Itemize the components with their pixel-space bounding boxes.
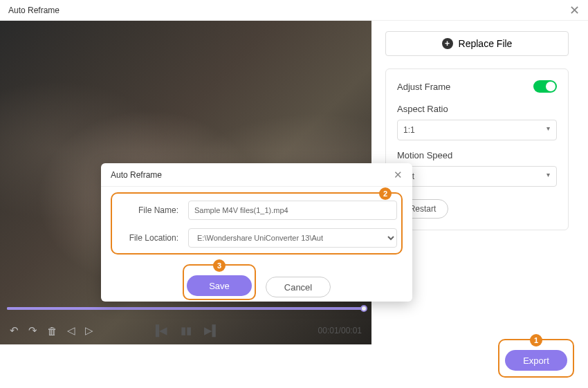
save-dialog: Auto Reframe ✕ 2 File Name: File Locatio…: [101, 163, 412, 302]
marker-1: 1: [530, 334, 542, 347]
dialog-footer: 3 Save Cancel: [115, 260, 398, 304]
cancel-button[interactable]: Cancel: [266, 277, 331, 297]
marker-2: 2: [379, 187, 392, 200]
replace-file-label: Replace File: [459, 38, 513, 49]
playback-controls: ▐◀ ▮▮ ▶▌: [152, 324, 219, 337]
adjust-frame-row: Adjust Frame: [397, 80, 557, 93]
window-title: Auto Reframe: [8, 6, 59, 15]
location-label: File Location:: [116, 233, 178, 243]
motion-speed-select[interactable]: ast: [397, 166, 557, 187]
dialog-title: Auto Reframe: [111, 170, 162, 180]
dialog-body: 2 File Name: File Location: E:\Wondersha…: [101, 187, 412, 314]
aspect-ratio-label: Aspect Ratio: [397, 104, 557, 114]
redo-icon[interactable]: ↷: [28, 324, 37, 337]
filename-label: File Name:: [116, 205, 178, 215]
motion-speed-label: Motion Speed: [397, 150, 557, 160]
adjust-frame-toggle[interactable]: [533, 80, 557, 93]
undo-icon[interactable]: ↶: [10, 324, 19, 337]
filename-row: File Name:: [116, 201, 397, 220]
export-highlight: 1 Export: [498, 339, 574, 378]
save-button[interactable]: Save: [187, 275, 252, 296]
time-display: 00:01/00:01: [318, 326, 362, 335]
prev-frame-icon[interactable]: ◁: [67, 324, 75, 337]
aspect-ratio-select-wrap: 1:1: [397, 120, 557, 140]
player-controls: ↶ ↷ 🗑 ◁ ▷ ▐◀ ▮▮ ▶▌ 00:01/00:01: [0, 318, 371, 343]
adjust-frame-label: Adjust Frame: [397, 82, 450, 92]
prev-button-icon[interactable]: ▐◀: [152, 324, 168, 337]
dialog-header: Auto Reframe ✕: [101, 163, 412, 187]
location-select[interactable]: E:\Wondershare UniConverter 13\Aut: [188, 228, 397, 248]
filename-input[interactable]: [188, 201, 397, 220]
next-button-icon[interactable]: ▶▌: [204, 324, 220, 337]
marker-3: 3: [213, 259, 226, 272]
next-frame-icon[interactable]: ▷: [85, 324, 93, 337]
close-icon[interactable]: ✕: [569, 3, 580, 18]
trash-icon[interactable]: 🗑: [47, 325, 57, 337]
export-button[interactable]: Export: [505, 350, 567, 371]
window-header: Auto Reframe ✕: [0, 0, 588, 21]
plus-circle-icon: +: [442, 38, 453, 49]
dialog-close-icon[interactable]: ✕: [394, 169, 403, 181]
motion-speed-select-wrap: ast: [397, 166, 557, 187]
pause-button-icon[interactable]: ▮▮: [181, 324, 192, 337]
adjust-panel: Adjust Frame Aspect Ratio 1:1 Motion Spe…: [385, 68, 569, 230]
location-row: File Location: E:\Wondershare UniConvert…: [116, 228, 397, 248]
save-highlight: 3 Save: [183, 264, 256, 300]
fields-highlight: 2 File Name: File Location: E:\Wondersha…: [111, 192, 403, 255]
aspect-ratio-select[interactable]: 1:1: [397, 120, 557, 140]
replace-file-button[interactable]: + Replace File: [385, 31, 569, 56]
